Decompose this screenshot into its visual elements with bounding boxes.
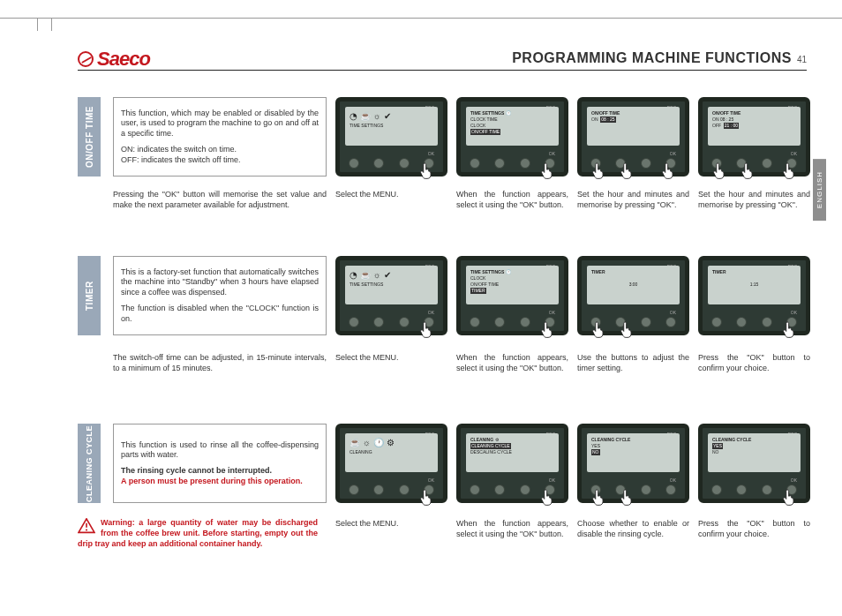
title-bar: PROGRAMMING MACHINE FUNCTIONS 41 [78,46,807,71]
language-tab: ENGLISH [813,159,826,221]
display-timer-2: ESC TIME SETTINGS 🕐 CLOCK ON/OFF TIME TI… [456,256,568,335]
menu-icons: ◔ ☕ ☼ ✔ [350,110,433,123]
captions-cleaning: Select the MENU. When the function appea… [78,519,807,539]
captions-onoff: Pressing the "OK" button will memorise t… [78,190,807,210]
desc-onoff: This function, which may be enabled or d… [113,97,327,177]
page-title: PROGRAMMING MACHINE FUNCTIONS [512,50,792,66]
display-cleaning-3: ESC CLEANING CYCLE YES NO OK [577,424,689,503]
screen-line: TIME SETTINGS [350,123,433,129]
section-label-timer: TIMER [78,256,101,335]
captions-timer: The switch-off time can be adjusted, in … [78,353,807,373]
display-onoff-3: ESC ON/OFF TIME ON 08 : 25 OK [577,97,689,177]
section-label-cleaning: CLEANING CYCLE [78,424,101,503]
display-onoff-2: ESC TIME SETTINGS 🕐 CLOCK TIME CLOCK ON/… [456,97,568,177]
display-cleaning-4: ESC CLEANING CYCLE YES NO OK [698,424,810,503]
display-timer-1: ESC ◔ ☕ ☼ ✔TIME SETTINGS OK [335,256,447,335]
desc-timer: This is a factory-set function that auto… [113,256,327,335]
display-timer-3: ESC TIMER3:00 OK [577,256,689,335]
display-onoff-1: ESC ◔ ☕ ☼ ✔ TIME SETTINGS OK [335,97,447,177]
page-number: 41 [797,55,807,64]
section-onoff: ON/OFF TIME This function, which may be … [78,97,807,177]
display-timer-4: ESC TIMER1:15 OK [698,256,810,335]
section-timer: TIMER This is a factory-set function tha… [78,256,807,335]
display-onoff-4: ESC ON/OFF TIME ON 08 : 25 OFF 21 : 00 O… [698,97,810,177]
section-label-onoff: ON/OFF TIME [78,97,101,177]
section-cleaning: CLEANING CYCLE This function is used to … [78,424,807,503]
desc-cleaning: This function is used to rinse all the c… [113,424,327,503]
display-cleaning-2: ESC CLEANING ⚙ CLEANING CYCLE DESCALING … [456,424,568,503]
top-rule [0,18,842,19]
display-cleaning-1: ESC ☕ ☼ 🕐 ⚙CLEANING OK [335,424,447,503]
